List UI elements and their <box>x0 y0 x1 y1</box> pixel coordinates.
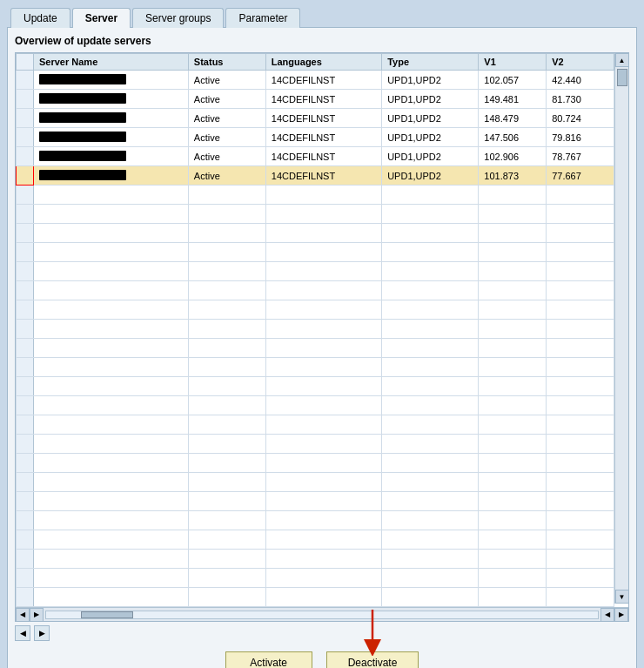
table-row[interactable]: Active14CDEFILNSTUPD1,UPD2101.87377.667 <box>17 166 614 186</box>
table-row[interactable]: Active14CDEFILNSTUPD1,UPD2102.90678.767 <box>17 147 614 166</box>
empty-row[interactable] <box>17 454 614 473</box>
empty-row[interactable] <box>17 473 614 492</box>
scroll-left-arrow[interactable]: ◀ <box>16 608 30 622</box>
empty-row[interactable] <box>17 588 614 607</box>
empty-row[interactable] <box>17 358 614 377</box>
row-selector-cell[interactable] <box>17 109 34 128</box>
empty-cell <box>265 281 381 300</box>
table-row[interactable]: Active14CDEFILNSTUPD1,UPD2149.48181.730 <box>17 90 614 109</box>
scroll-thumb-vertical[interactable] <box>617 69 627 86</box>
tab-update[interactable]: Update <box>10 8 70 28</box>
empty-cell <box>547 205 614 224</box>
horizontal-scrollbar[interactable]: ◀ ▶ ◀ ▶ <box>16 607 628 621</box>
row-selector-cell[interactable] <box>17 128 34 147</box>
activate-button[interactable]: Activate <box>225 651 312 668</box>
empty-cell <box>479 358 547 377</box>
empty-row[interactable] <box>17 320 614 339</box>
empty-cell <box>17 320 34 339</box>
empty-cell <box>547 300 614 320</box>
empty-cell <box>34 300 189 320</box>
empty-cell <box>547 492 614 511</box>
empty-row[interactable] <box>17 224 614 243</box>
row-selector-cell[interactable] <box>17 166 34 186</box>
empty-cell <box>34 435 189 454</box>
empty-cell <box>17 377 34 396</box>
empty-row[interactable] <box>17 530 614 550</box>
scroll-right-arrow[interactable]: ▶ <box>30 608 44 622</box>
empty-row[interactable] <box>17 435 614 454</box>
languages-cell: 14CDEFILNST <box>265 71 381 90</box>
empty-cell <box>188 492 265 511</box>
tab-server-groups[interactable]: Server groups <box>132 8 224 28</box>
table-row[interactable]: Active14CDEFILNSTUPD1,UPD2148.47980.724 <box>17 109 614 128</box>
empty-cell <box>188 262 265 281</box>
v1-cell: 147.506 <box>479 128 547 147</box>
col-header-v2: V2 <box>547 54 614 71</box>
v2-cell: 42.440 <box>547 71 614 90</box>
empty-row[interactable] <box>17 550 614 569</box>
empty-row[interactable] <box>17 492 614 511</box>
v2-cell: 78.767 <box>547 147 614 166</box>
type-cell: UPD1,UPD2 <box>382 71 479 90</box>
empty-cell <box>17 435 34 454</box>
empty-row[interactable] <box>17 511 614 530</box>
row-selector-cell[interactable] <box>17 71 34 90</box>
scroll-up-arrow[interactable]: ▲ <box>615 53 629 67</box>
row-selector-cell[interactable] <box>17 90 34 109</box>
empty-cell <box>547 339 614 358</box>
scroll-thumb-horizontal[interactable] <box>81 611 133 618</box>
empty-cell <box>547 435 614 454</box>
table-row[interactable]: Active14CDEFILNSTUPD1,UPD2102.05742.440 <box>17 71 614 90</box>
empty-cell <box>188 281 265 300</box>
tab-server[interactable]: Server <box>72 8 131 28</box>
empty-cell <box>382 473 479 492</box>
empty-row[interactable] <box>17 339 614 358</box>
empty-row[interactable] <box>17 243 614 262</box>
empty-row[interactable] <box>17 281 614 300</box>
empty-cell <box>34 320 189 339</box>
empty-cell <box>17 281 34 300</box>
empty-cell <box>547 377 614 396</box>
col-header-languages: Languages <box>265 54 381 71</box>
empty-row[interactable] <box>17 396 614 415</box>
empty-cell <box>382 281 479 300</box>
server-name-cell <box>34 128 189 147</box>
table-row[interactable]: Active14CDEFILNSTUPD1,UPD2147.50679.816 <box>17 128 614 147</box>
vertical-scrollbar[interactable]: ▲ ▼ <box>614 53 628 604</box>
empty-cell <box>188 588 265 607</box>
scroll-track-horizontal[interactable] <box>45 611 599 619</box>
scroll-down-arrow[interactable]: ▼ <box>615 590 629 604</box>
deactivate-button[interactable]: Deactivate <box>326 651 419 668</box>
tab-parameter[interactable]: Parameter <box>225 8 300 28</box>
empty-cell <box>547 243 614 262</box>
status-cell: Active <box>188 71 265 90</box>
empty-row[interactable] <box>17 377 614 396</box>
empty-row[interactable] <box>17 262 614 281</box>
empty-row[interactable] <box>17 186 614 205</box>
scroll-end-right-arrow[interactable]: ▶ <box>614 608 628 622</box>
bottom-nav: ◀ ▶ <box>15 622 629 641</box>
empty-cell <box>188 569 265 588</box>
empty-row[interactable] <box>17 300 614 320</box>
empty-cell <box>34 530 189 550</box>
empty-cell <box>547 186 614 205</box>
empty-cell <box>34 473 189 492</box>
empty-cell <box>17 550 34 569</box>
empty-cell <box>265 186 381 205</box>
nav-next-arrow[interactable]: ▶ <box>34 625 50 641</box>
empty-cell <box>188 435 265 454</box>
empty-row[interactable] <box>17 569 614 588</box>
status-cell: Active <box>188 147 265 166</box>
empty-cell <box>382 377 479 396</box>
deactivate-wrapper: Deactivate <box>326 651 419 668</box>
empty-cell <box>188 550 265 569</box>
empty-cell <box>479 550 547 569</box>
row-selector-cell[interactable] <box>17 147 34 166</box>
scroll-end-left-arrow[interactable]: ◀ <box>600 608 614 622</box>
empty-cell <box>265 415 381 435</box>
empty-cell <box>479 435 547 454</box>
nav-prev-arrow[interactable]: ◀ <box>15 625 30 641</box>
empty-row[interactable] <box>17 415 614 435</box>
empty-row[interactable] <box>17 205 614 224</box>
empty-cell <box>265 473 381 492</box>
